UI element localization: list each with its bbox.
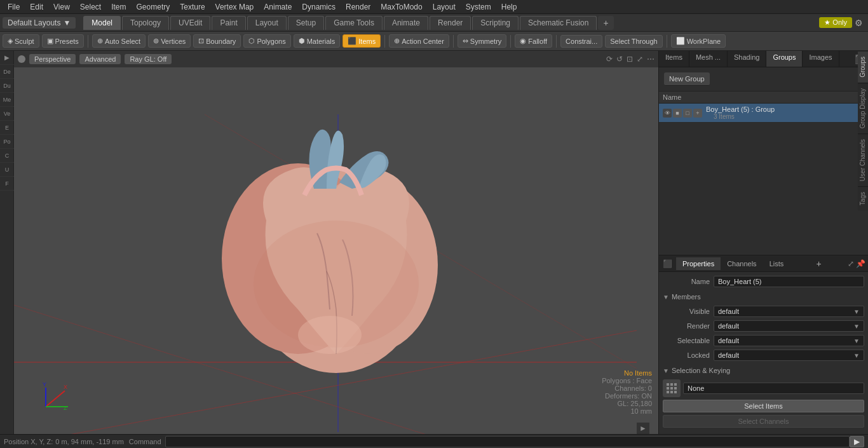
group-lock-icon[interactable]: ■ — [673, 109, 682, 118]
tab-layout[interactable]: Layout — [247, 16, 287, 30]
left-btn-f[interactable]: F — [0, 177, 14, 191]
props-expand-btn[interactable]: ⬛ — [659, 257, 676, 271]
viewport-dot[interactable] — [18, 55, 25, 63]
vertices-button[interactable]: ⊛ Vertices — [148, 34, 191, 48]
layouts-dropdown[interactable]: Default Layouts ▼ — [3, 17, 76, 29]
left-btn-em[interactable]: E — [0, 121, 14, 135]
symmetry-button[interactable]: ⇔ Symmetry — [458, 34, 507, 48]
viewport[interactable]: Perspective Advanced Ray GL: Off ⟳ ↺ ⊡ ⤢… — [14, 51, 658, 434]
group-ref-icon[interactable]: + — [693, 109, 702, 118]
menu-dynamics[interactable]: Dynamics — [297, 1, 341, 13]
tab-paint[interactable]: Paint — [212, 16, 245, 30]
left-btn-1[interactable]: ▶ — [0, 51, 14, 65]
workplane-button[interactable]: ⬜ WorkPlane — [671, 34, 726, 48]
select-through-button[interactable]: Select Through — [605, 35, 662, 48]
menu-geometry[interactable]: Geometry — [132, 1, 175, 13]
props-tab-properties[interactable]: Properties — [676, 257, 721, 270]
select-items-button[interactable]: Select Items — [663, 400, 864, 412]
add-props-tab[interactable]: + — [811, 256, 827, 271]
tab-model[interactable]: Model — [83, 16, 121, 30]
advanced-button[interactable]: Advanced — [79, 54, 121, 64]
menu-maxtomodo[interactable]: MaxToModo — [376, 1, 427, 13]
vp-icon-rotate[interactable]: ⟳ — [606, 55, 613, 64]
action-center-button[interactable]: ⊕ Action Center — [389, 34, 449, 48]
props-expand-icon[interactable]: ⤢ — [848, 259, 854, 268]
vtab-groups[interactable]: Groups — [858, 51, 868, 83]
perspective-button[interactable]: Perspective — [29, 54, 76, 64]
props-pin-icon[interactable]: 📌 — [856, 259, 865, 268]
only-badge[interactable]: ★ Only — [819, 17, 852, 28]
expand-arrow[interactable]: ► — [637, 423, 649, 434]
tab-scripting[interactable]: Scripting — [472, 16, 519, 30]
props-tab-channels[interactable]: Channels — [721, 257, 763, 270]
command-run-button[interactable]: ▶ — [850, 436, 864, 447]
tab-shading[interactable]: Shading — [728, 51, 766, 67]
members-section[interactable]: ▼ Members — [663, 290, 864, 303]
left-btn-c[interactable]: C — [0, 149, 14, 163]
materials-button[interactable]: ⬢ Materials — [294, 34, 341, 48]
group-eye-icon[interactable]: 👁 — [663, 109, 672, 118]
props-tab-lists[interactable]: Lists — [763, 257, 790, 270]
left-btn-uv[interactable]: U — [0, 163, 14, 177]
tab-items[interactable]: Items — [659, 51, 689, 67]
menu-texture[interactable]: Texture — [175, 1, 210, 13]
group-row[interactable]: 👁 ■ □ + Boy_Heart (5) : Group 3 Items — [659, 104, 868, 123]
vtab-tags[interactable]: Tags — [858, 186, 868, 210]
left-btn-dup[interactable]: Du — [0, 79, 14, 93]
menu-file[interactable]: File — [3, 1, 25, 13]
left-btn-pol[interactable]: Po — [0, 135, 14, 149]
menu-system[interactable]: System — [461, 1, 496, 13]
vtab-group-display[interactable]: Group Display — [858, 83, 868, 133]
sculpt-button[interactable]: ◈ Sculpt — [3, 34, 39, 48]
select-channels-button[interactable]: Select Channels — [663, 415, 864, 428]
name-input[interactable] — [714, 276, 864, 287]
left-btn-ver[interactable]: Ve — [0, 107, 14, 121]
menu-help[interactable]: Help — [496, 1, 522, 13]
vp-icon-grid[interactable]: ⋯ — [647, 55, 654, 64]
group-render-icon[interactable]: □ — [683, 109, 692, 118]
menu-select[interactable]: Select — [75, 1, 106, 13]
locked-select[interactable]: default ▼ — [714, 350, 864, 361]
sel-key-section[interactable]: ▼ Selection & Keying — [663, 364, 864, 377]
menu-item[interactable]: Item — [106, 1, 131, 13]
autoselect-button[interactable]: ⊕ Auto Select — [92, 34, 146, 48]
menu-layout[interactable]: Layout — [428, 1, 461, 13]
items-button[interactable]: ⬛ Items — [342, 34, 381, 48]
tab-topology[interactable]: Topology — [122, 16, 169, 30]
keying-icon[interactable] — [663, 379, 681, 397]
selectable-select[interactable]: default ▼ — [714, 335, 864, 346]
visible-select[interactable]: default ▼ — [714, 306, 864, 317]
tab-game-tools[interactable]: Game Tools — [325, 16, 383, 30]
presets-button[interactable]: ▣ Presets — [42, 34, 84, 48]
polygons-button[interactable]: ⬡ Polygons — [243, 34, 290, 48]
vp-icon-expand[interactable]: ⤢ — [637, 55, 643, 64]
vp-icon-camera[interactable]: ⊡ — [627, 55, 633, 64]
tab-render[interactable]: Render — [430, 16, 471, 30]
tab-uvedit[interactable]: UVEdit — [170, 16, 210, 30]
tab-images[interactable]: Images — [803, 51, 839, 67]
menu-view[interactable]: View — [48, 1, 75, 13]
boundary-button[interactable]: ⊡ Boundary — [193, 34, 241, 48]
menu-edit[interactable]: Edit — [25, 1, 48, 13]
new-group-button[interactable]: New Group — [664, 72, 710, 86]
falloff-button[interactable]: ◉ Falloff — [515, 34, 552, 48]
tab-mesh[interactable]: Mesh ... — [689, 51, 728, 67]
menu-animate[interactable]: Animate — [259, 1, 297, 13]
tab-setup[interactable]: Setup — [288, 16, 324, 30]
raygl-button[interactable]: Ray GL: Off — [125, 54, 172, 64]
left-btn-de[interactable]: De — [0, 65, 14, 79]
render-select[interactable]: default ▼ — [714, 320, 864, 332]
vp-icon-refresh[interactable]: ↺ — [616, 55, 623, 64]
tab-groups[interactable]: Groups — [766, 51, 803, 67]
menu-render[interactable]: Render — [341, 1, 376, 13]
svg-text:Y: Y — [43, 381, 46, 388]
menu-vertex-map[interactable]: Vertex Map — [210, 1, 259, 13]
tab-schematic-fusion[interactable]: Schematic Fusion — [520, 16, 597, 30]
settings-icon[interactable]: ⚙ — [855, 18, 863, 28]
left-btn-mes[interactable]: Me — [0, 93, 14, 107]
tab-animate[interactable]: Animate — [384, 16, 428, 30]
constrain-button[interactable]: Constrai... — [560, 35, 602, 48]
vtab-user-channels[interactable]: User Channels — [858, 133, 868, 186]
command-input[interactable] — [165, 436, 850, 447]
add-layout-tab[interactable]: + — [598, 16, 613, 30]
